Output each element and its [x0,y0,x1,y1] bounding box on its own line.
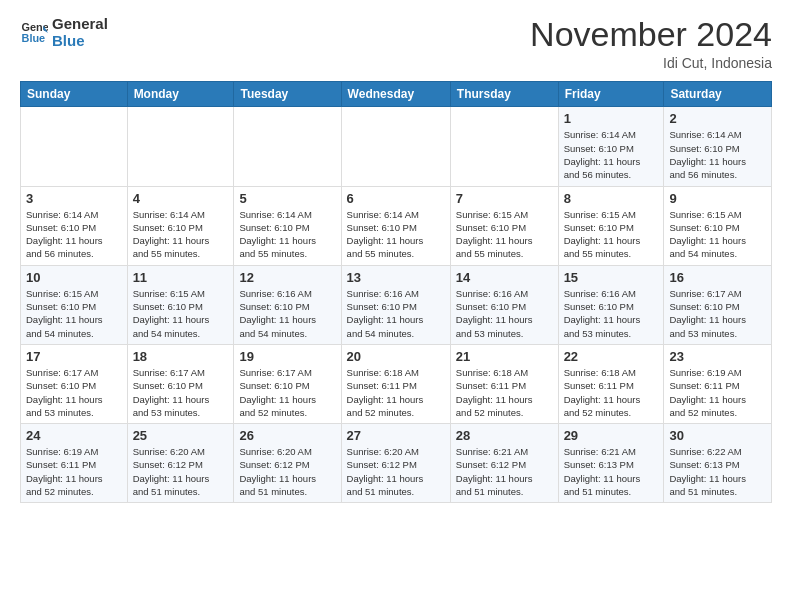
day-info: Sunrise: 6:15 AM Sunset: 6:10 PM Dayligh… [26,287,122,340]
calendar-cell [127,107,234,186]
day-number: 27 [347,428,445,443]
day-number: 24 [26,428,122,443]
logo-text-blue: Blue [52,33,108,50]
logo: General Blue General Blue [20,16,108,49]
day-number: 26 [239,428,335,443]
day-number: 25 [133,428,229,443]
day-number: 12 [239,270,335,285]
day-number: 20 [347,349,445,364]
day-info: Sunrise: 6:14 AM Sunset: 6:10 PM Dayligh… [133,208,229,261]
calendar-header-thursday: Thursday [450,82,558,107]
day-info: Sunrise: 6:15 AM Sunset: 6:10 PM Dayligh… [669,208,766,261]
day-info: Sunrise: 6:17 AM Sunset: 6:10 PM Dayligh… [26,366,122,419]
day-info: Sunrise: 6:15 AM Sunset: 6:10 PM Dayligh… [133,287,229,340]
calendar-cell: 3Sunrise: 6:14 AM Sunset: 6:10 PM Daylig… [21,186,128,265]
day-info: Sunrise: 6:15 AM Sunset: 6:10 PM Dayligh… [564,208,659,261]
calendar-week-row: 10Sunrise: 6:15 AM Sunset: 6:10 PM Dayli… [21,265,772,344]
day-number: 4 [133,191,229,206]
calendar-cell: 25Sunrise: 6:20 AM Sunset: 6:12 PM Dayli… [127,424,234,503]
calendar-cell [21,107,128,186]
calendar-cell: 27Sunrise: 6:20 AM Sunset: 6:12 PM Dayli… [341,424,450,503]
day-info: Sunrise: 6:16 AM Sunset: 6:10 PM Dayligh… [347,287,445,340]
day-info: Sunrise: 6:17 AM Sunset: 6:10 PM Dayligh… [239,366,335,419]
day-info: Sunrise: 6:19 AM Sunset: 6:11 PM Dayligh… [669,366,766,419]
day-info: Sunrise: 6:17 AM Sunset: 6:10 PM Dayligh… [133,366,229,419]
calendar-week-row: 24Sunrise: 6:19 AM Sunset: 6:11 PM Dayli… [21,424,772,503]
location: Idi Cut, Indonesia [530,55,772,71]
day-number: 10 [26,270,122,285]
day-info: Sunrise: 6:15 AM Sunset: 6:10 PM Dayligh… [456,208,553,261]
day-info: Sunrise: 6:14 AM Sunset: 6:10 PM Dayligh… [347,208,445,261]
day-number: 29 [564,428,659,443]
calendar-cell: 6Sunrise: 6:14 AM Sunset: 6:10 PM Daylig… [341,186,450,265]
calendar-table: SundayMondayTuesdayWednesdayThursdayFrid… [20,81,772,503]
calendar-cell: 19Sunrise: 6:17 AM Sunset: 6:10 PM Dayli… [234,344,341,423]
day-info: Sunrise: 6:21 AM Sunset: 6:12 PM Dayligh… [456,445,553,498]
calendar-cell: 12Sunrise: 6:16 AM Sunset: 6:10 PM Dayli… [234,265,341,344]
day-number: 6 [347,191,445,206]
header: General Blue General Blue November 2024 … [20,16,772,71]
day-number: 18 [133,349,229,364]
calendar-cell [450,107,558,186]
day-info: Sunrise: 6:20 AM Sunset: 6:12 PM Dayligh… [347,445,445,498]
calendar-cell: 29Sunrise: 6:21 AM Sunset: 6:13 PM Dayli… [558,424,664,503]
day-info: Sunrise: 6:14 AM Sunset: 6:10 PM Dayligh… [669,128,766,181]
calendar-cell: 18Sunrise: 6:17 AM Sunset: 6:10 PM Dayli… [127,344,234,423]
day-info: Sunrise: 6:16 AM Sunset: 6:10 PM Dayligh… [239,287,335,340]
logo-icon: General Blue [20,19,48,47]
calendar-week-row: 17Sunrise: 6:17 AM Sunset: 6:10 PM Dayli… [21,344,772,423]
calendar-cell: 30Sunrise: 6:22 AM Sunset: 6:13 PM Dayli… [664,424,772,503]
calendar-cell: 20Sunrise: 6:18 AM Sunset: 6:11 PM Dayli… [341,344,450,423]
day-info: Sunrise: 6:21 AM Sunset: 6:13 PM Dayligh… [564,445,659,498]
calendar-cell: 11Sunrise: 6:15 AM Sunset: 6:10 PM Dayli… [127,265,234,344]
day-number: 1 [564,111,659,126]
day-number: 9 [669,191,766,206]
calendar-cell: 24Sunrise: 6:19 AM Sunset: 6:11 PM Dayli… [21,424,128,503]
day-number: 21 [456,349,553,364]
day-info: Sunrise: 6:20 AM Sunset: 6:12 PM Dayligh… [239,445,335,498]
day-number: 30 [669,428,766,443]
calendar-week-row: 3Sunrise: 6:14 AM Sunset: 6:10 PM Daylig… [21,186,772,265]
day-info: Sunrise: 6:18 AM Sunset: 6:11 PM Dayligh… [347,366,445,419]
calendar-header-row: SundayMondayTuesdayWednesdayThursdayFrid… [21,82,772,107]
day-number: 22 [564,349,659,364]
calendar-cell: 15Sunrise: 6:16 AM Sunset: 6:10 PM Dayli… [558,265,664,344]
day-info: Sunrise: 6:16 AM Sunset: 6:10 PM Dayligh… [456,287,553,340]
calendar-cell [234,107,341,186]
title-block: November 2024 Idi Cut, Indonesia [530,16,772,71]
calendar-cell: 1Sunrise: 6:14 AM Sunset: 6:10 PM Daylig… [558,107,664,186]
day-number: 14 [456,270,553,285]
calendar-cell: 9Sunrise: 6:15 AM Sunset: 6:10 PM Daylig… [664,186,772,265]
day-info: Sunrise: 6:20 AM Sunset: 6:12 PM Dayligh… [133,445,229,498]
calendar-cell: 4Sunrise: 6:14 AM Sunset: 6:10 PM Daylig… [127,186,234,265]
day-number: 16 [669,270,766,285]
day-number: 11 [133,270,229,285]
calendar-cell: 22Sunrise: 6:18 AM Sunset: 6:11 PM Dayli… [558,344,664,423]
day-number: 19 [239,349,335,364]
day-info: Sunrise: 6:18 AM Sunset: 6:11 PM Dayligh… [564,366,659,419]
calendar-header-wednesday: Wednesday [341,82,450,107]
calendar-header-sunday: Sunday [21,82,128,107]
calendar-cell: 26Sunrise: 6:20 AM Sunset: 6:12 PM Dayli… [234,424,341,503]
day-number: 28 [456,428,553,443]
day-number: 2 [669,111,766,126]
day-number: 23 [669,349,766,364]
calendar-cell: 10Sunrise: 6:15 AM Sunset: 6:10 PM Dayli… [21,265,128,344]
day-number: 5 [239,191,335,206]
calendar-cell: 8Sunrise: 6:15 AM Sunset: 6:10 PM Daylig… [558,186,664,265]
day-number: 7 [456,191,553,206]
calendar-cell: 13Sunrise: 6:16 AM Sunset: 6:10 PM Dayli… [341,265,450,344]
calendar-cell: 7Sunrise: 6:15 AM Sunset: 6:10 PM Daylig… [450,186,558,265]
calendar-cell: 5Sunrise: 6:14 AM Sunset: 6:10 PM Daylig… [234,186,341,265]
calendar-cell [341,107,450,186]
calendar-header-friday: Friday [558,82,664,107]
day-info: Sunrise: 6:18 AM Sunset: 6:11 PM Dayligh… [456,366,553,419]
calendar-header-tuesday: Tuesday [234,82,341,107]
calendar-header-monday: Monday [127,82,234,107]
day-number: 13 [347,270,445,285]
calendar-cell: 17Sunrise: 6:17 AM Sunset: 6:10 PM Dayli… [21,344,128,423]
day-number: 8 [564,191,659,206]
day-number: 3 [26,191,122,206]
month-title: November 2024 [530,16,772,53]
calendar-cell: 23Sunrise: 6:19 AM Sunset: 6:11 PM Dayli… [664,344,772,423]
